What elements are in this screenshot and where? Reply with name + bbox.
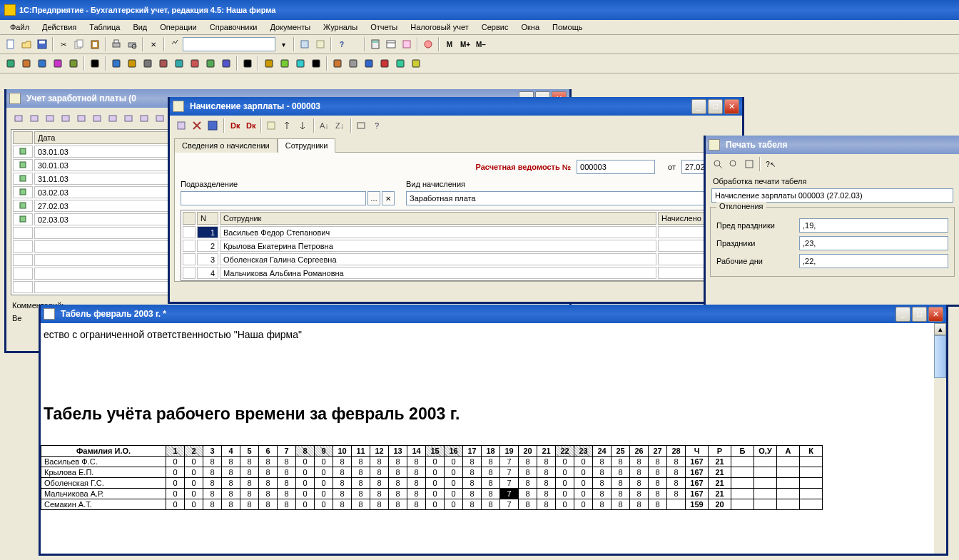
help-icon[interactable]: ?: [334, 36, 350, 52]
print-tb3[interactable]: [741, 156, 757, 172]
close-button[interactable]: ✕: [724, 99, 739, 114]
row-marker[interactable]: [13, 146, 33, 158]
tb2-icon-24[interactable]: [408, 56, 424, 71]
menu-Журналы[interactable]: Журналы: [318, 21, 363, 33]
tb2-icon-17[interactable]: [293, 56, 308, 71]
menu-Документы[interactable]: Документы: [264, 21, 316, 33]
ptb-12[interactable]: Z↓: [333, 118, 348, 133]
scroll-up-icon[interactable]: ▴: [934, 323, 946, 335]
tb2-icon-9[interactable]: [156, 56, 171, 71]
memory-mplus[interactable]: M+: [457, 36, 473, 52]
menu-Файл[interactable]: Файл: [4, 21, 35, 33]
vid-field[interactable]: Заработная плата: [406, 191, 731, 205]
n-cell[interactable]: 4: [197, 267, 218, 279]
jtb-8[interactable]: [136, 111, 152, 126]
jtb-7[interactable]: [121, 111, 136, 126]
delete-icon[interactable]: ✕: [146, 36, 161, 52]
tb2-icon-22[interactable]: [377, 56, 392, 71]
n-cell[interactable]: 3: [197, 253, 218, 265]
cut-icon[interactable]: ✂: [56, 36, 71, 52]
payroll-titlebar[interactable]: Начисление зарплаты - 000003 _ □ ✕: [170, 97, 742, 116]
tb2-icon-1[interactable]: [19, 56, 34, 71]
tb2-icon-10[interactable]: [171, 56, 187, 71]
menu-Налоговый учет[interactable]: Налоговый учет: [405, 21, 475, 33]
jtb-2[interactable]: [42, 111, 58, 126]
menu-Вид[interactable]: Вид: [127, 21, 153, 33]
emp-cell[interactable]: Васильев Федор Степанович: [220, 226, 656, 238]
nach-field[interactable]: Начисление зарплаты 000003 (27.02.03): [711, 188, 953, 203]
emp-cell[interactable]: Оболенская Галина Сергеевна: [220, 253, 656, 265]
jtb-6[interactable]: [105, 111, 121, 126]
row-marker[interactable]: [13, 186, 33, 198]
calendar-icon[interactable]: [383, 36, 399, 52]
min-button[interactable]: _: [895, 307, 910, 322]
print-titlebar[interactable]: Печать табеля: [706, 136, 959, 154]
new-doc-icon[interactable]: [3, 36, 19, 52]
payroll-window[interactable]: Начисление зарплаты - 000003 _ □ ✕ DкDкA…: [168, 97, 744, 304]
podr-field[interactable]: [181, 191, 366, 205]
memory-mminus[interactable]: M−: [473, 36, 489, 52]
tab-0[interactable]: Сведения о начислении: [174, 138, 278, 153]
jtb-3[interactable]: [58, 111, 73, 126]
tb2-icon-16[interactable]: [277, 56, 293, 71]
menu-Окна[interactable]: Окна: [515, 21, 545, 33]
min-button[interactable]: _: [691, 99, 706, 114]
tabel-window[interactable]: Табель февраль 2003 г. * _ □ ✕ ество с о…: [39, 305, 948, 556]
tb2-icon-5[interactable]: [87, 56, 103, 71]
payroll-grid[interactable]: NСотрудникНачислено1Васильев Федор Степа…: [181, 210, 731, 281]
field-input-0[interactable]: ,19,: [799, 218, 948, 233]
menu-Справочники[interactable]: Справочники: [204, 21, 263, 33]
emp-cell[interactable]: Мальчикова Альбина Романовна: [220, 267, 656, 279]
max-button[interactable]: □: [912, 307, 927, 322]
print-tabel-window[interactable]: Печать табеля ?↖ Обработка печати табеля…: [704, 136, 959, 307]
tb2-icon-4[interactable]: [66, 56, 81, 71]
tb2-icon-23[interactable]: [392, 56, 408, 71]
ptb-1[interactable]: [190, 118, 206, 133]
ved-no-field[interactable]: 000003: [577, 160, 655, 174]
row-marker[interactable]: [13, 159, 33, 171]
row-marker[interactable]: [13, 173, 33, 185]
tb2-icon-14[interactable]: [240, 56, 255, 71]
row-marker[interactable]: [13, 200, 33, 212]
print-tb1[interactable]: [710, 156, 726, 172]
jtb-4[interactable]: [73, 111, 89, 126]
tb-btn-b[interactable]: [313, 36, 328, 52]
menu-Операции[interactable]: Операции: [154, 21, 202, 33]
max-button[interactable]: □: [708, 99, 723, 114]
jtb-1[interactable]: [26, 111, 42, 126]
ptb-2[interactable]: [206, 118, 221, 133]
ptb-5[interactable]: Dк: [243, 118, 258, 133]
ptb-11[interactable]: A↓: [317, 118, 333, 133]
tb2-icon-8[interactable]: [140, 56, 156, 71]
tb2-icon-0[interactable]: [3, 56, 19, 71]
jtb-9[interactable]: [152, 111, 168, 126]
calc-icon[interactable]: [367, 36, 383, 52]
menu-Таблица[interactable]: Таблица: [83, 21, 126, 33]
ptb-14[interactable]: [354, 118, 370, 133]
tab-1[interactable]: Сотрудники: [278, 138, 336, 153]
memory-m[interactable]: M: [442, 36, 457, 52]
scroll-thumb[interactable]: [934, 335, 946, 378]
ptb-4[interactable]: Dк: [227, 118, 243, 133]
open-icon[interactable]: [19, 36, 34, 52]
find-icon[interactable]: [167, 36, 183, 52]
tb2-icon-20[interactable]: [345, 56, 361, 71]
copy-icon[interactable]: [71, 36, 87, 52]
podr-select-icon[interactable]: …: [367, 191, 380, 205]
tb2-icon-6[interactable]: [108, 56, 124, 71]
ptb-9[interactable]: [295, 118, 311, 133]
tb2-icon-15[interactable]: [261, 56, 277, 71]
tb2-icon-19[interactable]: [330, 56, 345, 71]
paste-icon[interactable]: [87, 36, 103, 52]
search-combo[interactable]: [183, 37, 275, 51]
ptb-0[interactable]: [174, 118, 190, 133]
menu-Сервис[interactable]: Сервис: [476, 21, 514, 33]
print-icon[interactable]: [108, 36, 124, 52]
tb2-icon-13[interactable]: [218, 56, 234, 71]
tb2-icon-7[interactable]: [124, 56, 140, 71]
print-tb2[interactable]: [726, 156, 741, 172]
menu-Помощь[interactable]: Помощь: [547, 21, 589, 33]
row-marker[interactable]: [13, 213, 33, 225]
vscrollbar[interactable]: ▴: [934, 323, 946, 554]
field-input-1[interactable]: ,23,: [799, 236, 948, 250]
